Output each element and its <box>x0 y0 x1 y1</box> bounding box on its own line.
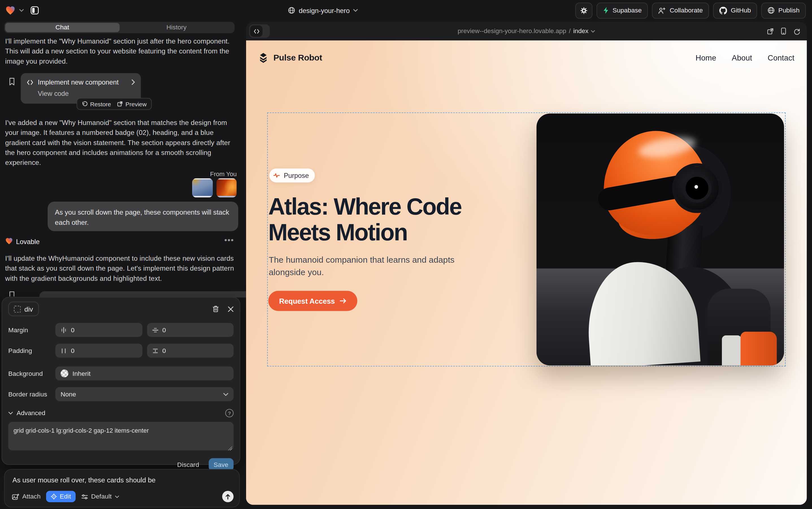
margin-horizontal-input[interactable]: 0 <box>56 323 142 337</box>
arrow-right-icon <box>340 298 346 304</box>
preview-button[interactable]: Preview <box>117 101 147 107</box>
mobile-view-button[interactable] <box>781 27 786 35</box>
background-input[interactable]: Inherit <box>56 367 234 380</box>
publish-globe-icon <box>767 7 775 14</box>
external-link-icon <box>767 28 774 34</box>
preview-host: preview--design-your-hero.lovable.app <box>458 27 566 35</box>
request-access-button[interactable]: Request Access <box>268 291 357 311</box>
restore-button[interactable]: Restore <box>82 101 111 107</box>
margin-vertical-icon <box>152 327 158 333</box>
supabase-icon <box>603 7 609 14</box>
attach-image-icon <box>12 493 19 500</box>
margin-vertical-input[interactable]: 0 <box>147 323 234 337</box>
transparency-swatch-icon <box>61 370 68 377</box>
assistant-message-1: I'll implement the "Why Humanoid" sectio… <box>5 36 236 66</box>
nav-home[interactable]: Home <box>696 53 716 62</box>
globe-icon <box>288 7 295 14</box>
close-panel-button[interactable] <box>228 306 233 312</box>
assistant-header: Lovable ••• <box>5 237 236 246</box>
padding-vertical-input[interactable]: 0 <box>147 344 234 358</box>
discard-button[interactable]: Discard <box>177 461 199 468</box>
component-card-title: Implement new component <box>38 78 119 86</box>
chat-history-tabs: Chat History <box>4 22 235 33</box>
assistant-message-2: I've added a new "Why Humanoid" section … <box>5 117 239 168</box>
element-inspector-panel: div Margin 0 0 Padding <box>1 297 240 465</box>
view-code-link[interactable]: View code <box>38 90 69 97</box>
more-options-icon[interactable]: ••• <box>224 235 234 244</box>
nav-about[interactable]: About <box>732 53 752 62</box>
chevron-down-icon <box>354 9 358 12</box>
margin-horizontal-icon <box>61 327 67 333</box>
element-outline-icon <box>14 305 21 312</box>
hero-subheading: The humanoid companion that learns and a… <box>269 254 462 278</box>
app-window: design-your-hero Supabase <box>0 0 812 509</box>
from-you-label: From You <box>155 171 237 178</box>
hero-robot-image <box>537 113 784 365</box>
component-card-partial <box>39 291 257 298</box>
preview-page: index <box>573 27 589 35</box>
sliders-icon <box>81 494 88 499</box>
collaborate-people-icon <box>658 7 666 14</box>
padding-label: Padding <box>8 347 50 354</box>
bookmark-icon[interactable] <box>9 78 15 86</box>
delete-element-button[interactable] <box>212 305 219 313</box>
tab-chat[interactable]: Chat <box>5 23 119 32</box>
chevron-down-icon <box>8 411 13 414</box>
padding-vertical-icon <box>152 347 158 354</box>
assistant-message-3: I'll update the WhyHumanoid component to… <box>5 253 236 283</box>
site-header: Pulse Robot Home About Contact <box>258 48 795 66</box>
chevron-down-icon[interactable] <box>19 9 24 12</box>
refresh-button[interactable] <box>793 28 800 34</box>
attachment-thumbnail-1[interactable] <box>192 178 213 198</box>
tailwind-classes-input[interactable]: grid grid-cols-1 lg:grid-cols-2 gap-12 i… <box>8 422 233 450</box>
lovable-logo-heart-icon[interactable] <box>5 6 15 15</box>
preview-pane: preview--design-your-hero.lovable.app / … <box>246 22 807 505</box>
help-icon[interactable]: ? <box>225 409 233 417</box>
chevron-down-icon <box>223 393 228 396</box>
composer-input[interactable]: As user mouse roll over, these cards sho… <box>12 476 232 484</box>
topbar: design-your-hero Supabase <box>0 0 812 21</box>
preview-url[interactable]: preview--design-your-hero.lovable.app / … <box>246 22 807 40</box>
margin-label: Margin <box>8 326 50 334</box>
advanced-section-toggle[interactable]: Advanced <box>17 409 45 417</box>
nav-contact[interactable]: Contact <box>768 53 795 62</box>
padding-horizontal-input[interactable]: 0 <box>56 344 142 358</box>
pulse-icon <box>273 172 280 178</box>
project-switcher[interactable]: design-your-hero <box>288 0 358 21</box>
edit-mode-chip[interactable]: Edit <box>46 491 76 502</box>
mobile-icon <box>781 27 786 35</box>
site-canvas: Pulse Robot Home About Contact Purpose A… <box>246 40 807 505</box>
chat-mode-select[interactable]: Default <box>81 493 119 500</box>
sidebar-toggle-icon[interactable] <box>31 6 39 14</box>
supabase-button[interactable]: Supabase <box>596 2 648 19</box>
github-icon <box>719 6 727 14</box>
settings-button[interactable] <box>575 2 592 19</box>
hero-heading: Atlas: Where Code Meets Motion <box>268 194 496 246</box>
project-name: design-your-hero <box>299 6 350 14</box>
refresh-icon <box>793 28 800 34</box>
chevron-down-icon <box>591 30 595 32</box>
attachment-thumbnail-2[interactable] <box>216 178 236 198</box>
tab-history[interactable]: History <box>119 23 233 32</box>
background-label: Background <box>8 370 50 377</box>
lovable-heart-icon <box>5 237 13 245</box>
selected-element-tag[interactable]: div <box>8 302 38 316</box>
chevron-right-icon <box>132 79 135 85</box>
github-button[interactable]: GitHub <box>713 2 757 19</box>
chevron-down-icon <box>115 495 119 498</box>
chat-composer[interactable]: As user mouse roll over, these cards sho… <box>4 469 240 508</box>
collaborate-button[interactable]: Collaborate <box>652 2 709 19</box>
site-brand[interactable]: Pulse Robot <box>258 52 322 63</box>
preview-header: preview--design-your-hero.lovable.app / … <box>246 22 807 40</box>
trash-icon <box>212 305 219 313</box>
code-icon <box>27 79 33 84</box>
attach-button[interactable]: Attach <box>12 493 41 500</box>
publish-button[interactable]: Publish <box>761 2 806 19</box>
border-radius-select[interactable]: None <box>56 387 234 401</box>
open-in-new-tab-button[interactable] <box>767 28 774 34</box>
send-button[interactable] <box>222 491 233 502</box>
bookmark-icon <box>9 291 15 296</box>
gear-icon <box>580 6 588 14</box>
user-message-bubble: As you scroll down the page, these compo… <box>48 202 238 231</box>
external-link-icon <box>117 101 123 107</box>
